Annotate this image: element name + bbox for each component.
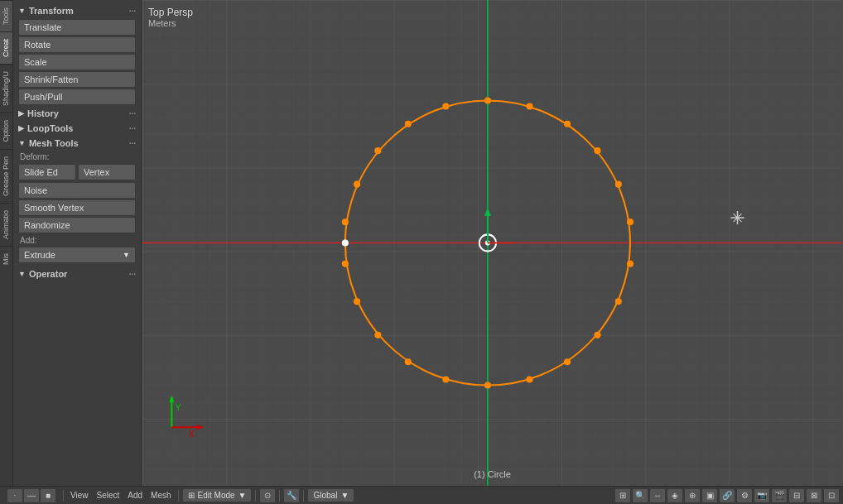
- status-vertex-mode[interactable]: ·: [7, 488, 23, 503]
- transform-dots: ···: [129, 7, 136, 16]
- looptools-label: LoopTools: [27, 123, 73, 133]
- extrude-label: Extrude: [24, 250, 55, 260]
- icon-btn-9[interactable]: 📷: [754, 488, 770, 503]
- svg-point-18: [442, 376, 449, 382]
- svg-text:X: X: [189, 429, 195, 439]
- icon-btn-5[interactable]: ⊕: [684, 488, 701, 503]
- operator-dots: ···: [129, 270, 136, 279]
- svg-point-27: [442, 103, 449, 109]
- transform-content: Translate Rotate Scale Shrink/Fatten Pus…: [17, 19, 137, 105]
- pivot-btn[interactable]: ⊙: [259, 488, 276, 503]
- operator-arrow: ▼: [18, 270, 26, 278]
- status-bar: · — ■ View Select Add Mesh ⊞ Edit Mode ▼…: [0, 486, 843, 504]
- svg-point-11: [627, 218, 633, 225]
- translate-button[interactable]: Translate: [18, 19, 136, 36]
- mesh-menu[interactable]: Mesh: [147, 489, 174, 502]
- mesh-tools-arrow: ▼: [18, 139, 26, 147]
- transform-arrow: ▼: [18, 7, 26, 15]
- svg-point-8: [564, 121, 571, 127]
- vtab-creat[interactable]: Creat: [0, 31, 12, 64]
- icon-btn-8[interactable]: ⚙: [736, 488, 753, 503]
- svg-point-9: [594, 147, 600, 154]
- svg-point-10: [615, 181, 622, 188]
- mode-arrow: ▼: [238, 491, 247, 500]
- global-selector[interactable]: Global ▼: [307, 488, 354, 502]
- icon-btn-7[interactable]: 🔗: [719, 488, 735, 503]
- status-mode-icons[interactable]: · — ■: [3, 487, 60, 505]
- transform-header[interactable]: ▼ Transform ···: [17, 3, 137, 18]
- vertex-button[interactable]: Vertex: [78, 164, 136, 180]
- icon-btn-6[interactable]: ▣: [701, 488, 718, 503]
- svg-point-23: [342, 218, 349, 225]
- mesh-tools-header[interactable]: ▼ Mesh Tools ···: [17, 136, 137, 151]
- transform-label: Transform: [29, 6, 74, 16]
- svg-point-17: [484, 382, 491, 389]
- history-header[interactable]: ▶ History ···: [17, 106, 137, 121]
- sep3: [255, 490, 256, 502]
- history-label: History: [27, 108, 59, 118]
- svg-point-6: [484, 97, 491, 103]
- icon-btn-12[interactable]: ⊠: [806, 488, 822, 503]
- slide-edge-button[interactable]: Slide Ed: [18, 164, 76, 180]
- mode-icon: ⊞: [188, 491, 195, 500]
- noise-button[interactable]: Noise: [18, 182, 136, 199]
- icon-btn-2[interactable]: 🔍: [632, 488, 648, 503]
- vtab-option[interactable]: Option: [0, 113, 12, 149]
- sep4: [279, 490, 280, 502]
- mode-label: Edit Mode: [198, 491, 235, 500]
- svg-text:Y: Y: [175, 402, 181, 412]
- vtab-animatio[interactable]: Animatio: [0, 203, 12, 246]
- tool-panel: ▼ Transform ··· Translate Rotate Scale S…: [13, 0, 142, 486]
- history-dots: ···: [129, 109, 136, 118]
- sep1: [63, 490, 64, 502]
- vtab-grease[interactable]: Grease Pen: [0, 149, 12, 203]
- shrink-fatten-button[interactable]: Shrink/Fatten: [18, 71, 136, 88]
- sep5: [303, 490, 304, 502]
- svg-point-28: [342, 239, 349, 246]
- looptools-header[interactable]: ▶ LoopTools ···: [17, 121, 137, 136]
- svg-point-22: [342, 261, 349, 267]
- view-menu[interactable]: View: [67, 489, 92, 502]
- svg-point-7: [526, 103, 532, 109]
- vtab-shading[interactable]: Shading/U: [0, 64, 12, 113]
- smooth-vertex-button[interactable]: Smooth Vertex: [18, 199, 136, 216]
- scale-button[interactable]: Scale: [18, 54, 136, 70]
- status-edge-mode[interactable]: —: [23, 488, 40, 503]
- viewport-svg: Y X: [142, 0, 843, 486]
- vtab-tools[interactable]: Tools: [0, 0, 12, 31]
- icon-btn-3[interactable]: ↔: [649, 488, 666, 503]
- mesh-tools-dots: ···: [129, 139, 136, 148]
- add-label: Add:: [18, 234, 136, 246]
- vtab-mis[interactable]: Mis: [0, 246, 12, 271]
- vertical-tabs-panel: Tools Creat Shading/U Option Grease Pen …: [0, 0, 13, 486]
- extrude-arrow: ▼: [123, 251, 130, 259]
- svg-point-12: [627, 261, 633, 267]
- select-menu[interactable]: Select: [94, 489, 123, 502]
- svg-point-21: [354, 298, 360, 305]
- svg-point-20: [374, 332, 381, 338]
- mode-selector[interactable]: ⊞ Edit Mode ▼: [182, 488, 253, 502]
- sep2: [178, 490, 179, 502]
- svg-point-25: [374, 147, 381, 154]
- push-pull-button[interactable]: Push/Pull: [18, 89, 136, 105]
- icon-btn-11[interactable]: ⊟: [788, 488, 805, 503]
- extrude-dropdown[interactable]: Extrude ▼: [18, 247, 136, 263]
- svg-point-15: [564, 358, 571, 365]
- global-label: Global: [313, 491, 337, 500]
- svg-point-14: [594, 332, 600, 338]
- operator-label: Operator: [29, 269, 67, 279]
- icon-btn-4[interactable]: ◈: [667, 488, 683, 503]
- randomize-button[interactable]: Randomize: [18, 217, 136, 233]
- operator-header[interactable]: ▼ Operator ···: [17, 266, 137, 281]
- rotate-button[interactable]: Rotate: [18, 36, 136, 53]
- deform-label: Deform:: [18, 151, 136, 162]
- snap-btn[interactable]: 🔧: [283, 488, 300, 503]
- svg-point-13: [615, 298, 622, 305]
- add-menu[interactable]: Add: [124, 489, 146, 502]
- icon-btn-1[interactable]: ⊞: [614, 488, 631, 503]
- status-face-mode[interactable]: ■: [40, 488, 56, 503]
- icon-btn-10[interactable]: 🎬: [771, 488, 788, 503]
- viewport[interactable]: Y X Top Persp Meters (1) Circle: [142, 0, 843, 486]
- global-arrow: ▼: [340, 491, 349, 500]
- icon-btn-13[interactable]: ⊡: [823, 488, 840, 503]
